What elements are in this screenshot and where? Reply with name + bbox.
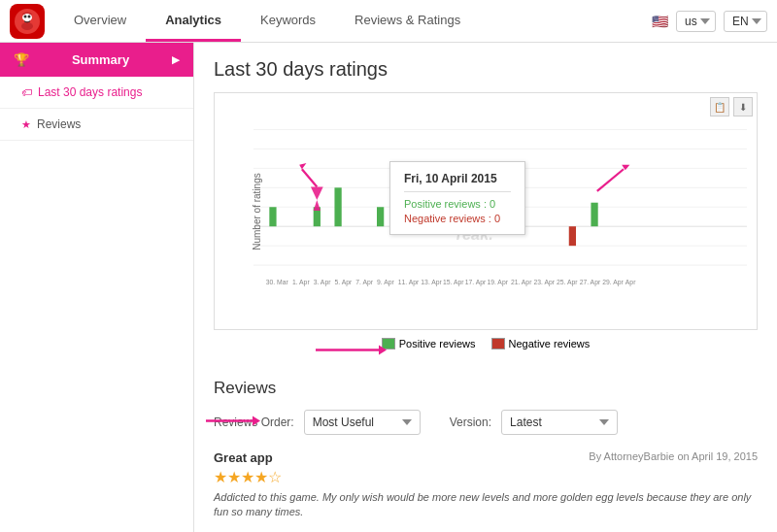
svg-text:25. Apr: 25. Apr	[557, 279, 578, 286]
nav-tab-keywords[interactable]: Keywords	[241, 0, 335, 42]
star-icon: ★	[21, 118, 31, 131]
chart-legend: Positive reviews Negative reviews	[382, 338, 591, 349]
svg-text:9. Apr: 9. Apr	[377, 279, 394, 286]
svg-text:15. Apr: 15. Apr	[443, 279, 464, 286]
svg-text:21. Apr: 21. Apr	[511, 279, 532, 286]
review-meta: By AttorneyBarbie on April 19, 2015	[589, 450, 758, 462]
chart-icons: 📋 ⬇	[710, 97, 753, 116]
review-item: Great app By AttorneyBarbie on April 19,…	[214, 450, 758, 520]
svg-text:3. Apr: 3. Apr	[314, 279, 331, 286]
legend-negative-box	[491, 338, 505, 349]
nav-tab-reviews[interactable]: Reviews & Ratings	[335, 0, 480, 42]
tag-icon: 🏷	[21, 86, 32, 98]
svg-rect-24	[334, 187, 341, 226]
tooltip-negative: Negative reviews : 0	[404, 213, 511, 224]
nav-tab-analytics[interactable]: Analytics	[146, 0, 241, 42]
sidebar-summary-label: Summary	[72, 52, 129, 67]
review-header: Great app By AttorneyBarbie on April 19,…	[214, 450, 758, 465]
svg-text:11. Apr: 11. Apr	[398, 279, 420, 286]
reviews-title: Reviews	[214, 379, 758, 398]
svg-text:29. Apr: 29. Apr	[602, 279, 624, 286]
nav-tabs: Overview Analytics Keywords Reviews & Ra…	[54, 0, 652, 42]
svg-rect-27	[569, 226, 576, 246]
svg-marker-54	[379, 346, 387, 355]
sidebar-item-reviews[interactable]: ★ Reviews	[0, 109, 193, 141]
review-title: Great app	[214, 450, 273, 465]
svg-rect-25	[377, 207, 384, 226]
language-select[interactable]: EN	[724, 11, 767, 32]
legend-negative-label: Negative reviews	[509, 338, 591, 349]
svg-text:1. Apr: 1. Apr	[292, 279, 310, 286]
review-stars: ★★★★☆	[214, 468, 758, 486]
tooltip-divider	[404, 191, 511, 192]
app-icon-svg	[13, 7, 42, 36]
chart-container: 📋 ⬇ Number of ratings 2.5 2 1.5	[214, 92, 758, 330]
chart-image-icon[interactable]: ⬇	[733, 97, 753, 116]
svg-point-3	[28, 15, 31, 17]
summary-icon: 🏆	[14, 52, 29, 67]
svg-text:27. Apr: 27. Apr	[580, 279, 601, 286]
nav-tab-overview[interactable]: Overview	[54, 0, 146, 42]
svg-marker-47	[311, 186, 323, 200]
svg-text:19. Apr: 19. Apr	[487, 279, 508, 286]
reviews-version-label: Version:	[450, 416, 491, 429]
svg-text:7. Apr: 7. Apr	[355, 279, 373, 286]
svg-line-48	[302, 169, 317, 186]
nav-right: 🇺🇸 us EN	[652, 11, 767, 32]
legend-positive-label: Positive reviews	[399, 338, 476, 349]
reviews-section: Reviews Reviews Order: Most Useful Most …	[214, 379, 758, 520]
reviews-arrow	[204, 412, 262, 434]
svg-point-2	[24, 15, 27, 17]
svg-text:5. Apr: 5. Apr	[334, 279, 352, 286]
locale-select[interactable]: us	[676, 11, 716, 32]
legend-positive: Positive reviews	[382, 338, 476, 349]
svg-text:30. Mar: 30. Mar	[266, 279, 289, 285]
legend-negative: Negative reviews	[491, 338, 591, 349]
svg-text:Apr: Apr	[625, 279, 636, 286]
sidebar-item-ratings-label: Last 30 days ratings	[38, 85, 142, 99]
review-text: Addicted to this game. My only wish woul…	[214, 490, 758, 520]
reviews-order-select[interactable]: Most Useful Most Recent Most Critical	[304, 410, 421, 435]
svg-text:13. Apr: 13. Apr	[421, 279, 442, 286]
svg-text:17. Apr: 17. Apr	[465, 279, 487, 286]
top-nav: Overview Analytics Keywords Reviews & Ra…	[0, 0, 777, 43]
svg-marker-46	[314, 200, 321, 211]
sidebar-item-reviews-label: Reviews	[37, 117, 81, 131]
reviews-version-select[interactable]: Latest All	[501, 410, 618, 435]
layout: 🏆 Summary ▶ 🏷 Last 30 days ratings ★ Rev…	[0, 43, 777, 532]
sidebar-summary[interactable]: 🏆 Summary ▶	[0, 43, 193, 77]
chart-tooltip: Fri, 10 April 2015 Positive reviews : 0 …	[389, 161, 525, 235]
svg-point-1	[22, 14, 32, 21]
svg-rect-28	[591, 203, 597, 226]
sidebar: 🏆 Summary ▶ 🏷 Last 30 days ratings ★ Rev…	[0, 43, 194, 532]
tooltip-positive: Positive reviews : 0	[404, 198, 511, 210]
page-title: Last 30 days ratings	[214, 58, 758, 81]
flag-icon: 🇺🇸	[652, 14, 668, 29]
tooltip-title: Fri, 10 April 2015	[404, 172, 511, 185]
svg-rect-22	[269, 207, 276, 226]
legend-arrow	[311, 341, 388, 363]
svg-point-4	[21, 22, 33, 30]
chevron-right-icon: ▶	[172, 54, 180, 65]
app-icon	[10, 4, 45, 39]
sidebar-item-ratings[interactable]: 🏷 Last 30 days ratings	[0, 77, 193, 109]
svg-line-50	[597, 169, 624, 191]
main-content: Last 30 days ratings 📋 ⬇ Number of ratin…	[194, 43, 777, 532]
svg-text:23. Apr: 23. Apr	[533, 279, 555, 286]
y-axis-label: Number of ratings	[252, 173, 262, 249]
reviews-controls: Reviews Order: Most Useful Most Recent M…	[214, 410, 758, 435]
chart-download-icon[interactable]: 📋	[710, 97, 729, 116]
svg-marker-56	[253, 416, 260, 426]
